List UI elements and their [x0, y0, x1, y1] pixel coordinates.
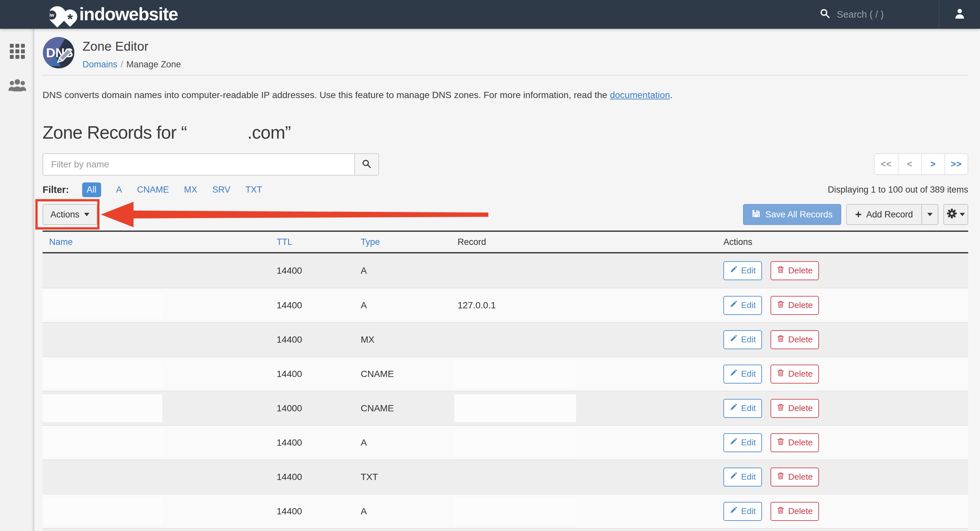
cell-name [43, 495, 277, 528]
brand-name: indowebsite [79, 5, 178, 24]
edit-button-label: Edit [741, 506, 756, 516]
save-button-label: Save All Records [765, 209, 833, 220]
cell-actions: Edit Delete [714, 495, 968, 528]
cell-ttl: 14400 [277, 288, 361, 322]
filter-by-name-input[interactable] [43, 153, 354, 176]
brand-logo[interactable]: iw * indowebsite [48, 5, 178, 24]
redaction-box [454, 360, 576, 388]
filter-all-pill[interactable]: All [82, 182, 101, 197]
trash-icon [777, 472, 784, 482]
left-sidebar [0, 29, 34, 531]
table-row: 14400 A Edit Delete [43, 425, 968, 460]
add-record-label: Add Record [866, 209, 913, 220]
delete-button[interactable]: Delete [770, 330, 819, 349]
pencil-icon [730, 265, 737, 276]
documentation-link[interactable]: documentation [610, 90, 670, 100]
filter-mx-link[interactable]: MX [184, 185, 197, 195]
filter-search-button[interactable] [354, 153, 379, 176]
global-search[interactable]: Search ( / ) [819, 8, 884, 21]
annotation-left-arrow [100, 200, 490, 230]
settings-button[interactable] [943, 204, 968, 225]
breadcrumb-separator: / [121, 60, 123, 69]
cell-name [43, 392, 277, 425]
pagination-controls: << < > >> [874, 153, 968, 175]
edit-button[interactable]: Edit [723, 468, 762, 487]
filter-srv-link[interactable]: SRV [212, 185, 231, 195]
column-header-ttl[interactable]: TTL [277, 237, 361, 247]
items-summary: Displaying 1 to 100 out of 389 items [828, 185, 968, 195]
user-manager-button[interactable] [8, 78, 27, 94]
user-menu-button[interactable] [939, 0, 980, 29]
filter-group [43, 153, 379, 176]
save-all-records-button[interactable]: Save All Records [743, 204, 841, 225]
redaction-box [43, 497, 162, 525]
cell-ttl: 14400 [277, 495, 361, 528]
pencil-icon [730, 300, 737, 310]
column-header-name[interactable]: Name [43, 237, 277, 247]
cell-actions: Edit Delete [714, 392, 968, 425]
column-header-type[interactable]: Type [361, 237, 458, 247]
chevron-down-icon [927, 213, 932, 216]
cell-name [43, 323, 277, 357]
trash-icon [777, 506, 784, 516]
edit-button[interactable]: Edit [723, 330, 762, 349]
cell-actions: Edit Delete [714, 460, 968, 494]
cell-ttl: 14000 [277, 392, 361, 425]
pencil-icon [730, 437, 737, 448]
main-content: DNS Zone Editor Domains/Manage Zone [34, 29, 980, 531]
edit-button[interactable]: Edit [723, 261, 762, 280]
redaction-box [454, 497, 576, 525]
edit-button[interactable]: Edit [723, 502, 762, 521]
delete-button[interactable]: Delete [770, 365, 819, 384]
table-row: 14000 CNAME Edit Delete [43, 391, 968, 425]
edit-button[interactable]: Edit [723, 296, 762, 315]
add-record-button[interactable]: + Add Record [846, 204, 922, 225]
feature-description: DNS converts domain names into computer-… [43, 89, 968, 101]
cell-actions: Edit Delete [714, 426, 968, 460]
cell-name [43, 254, 277, 288]
edit-button[interactable]: Edit [723, 399, 762, 418]
apps-grid-button[interactable] [10, 44, 25, 60]
trash-icon [777, 403, 784, 413]
filter-and-pagination-row: << < > >> [43, 153, 968, 176]
cell-actions: Edit Delete [714, 288, 968, 322]
apps-grid-icon [10, 54, 25, 60]
cell-ttl: 14400 [277, 323, 361, 357]
zone-records-table: Name TTL Type Record Actions 14400 A Edi… [43, 230, 968, 531]
edit-button[interactable]: Edit [723, 433, 762, 452]
save-icon [751, 209, 761, 220]
pagination-last-button[interactable]: >> [944, 154, 967, 174]
delete-button[interactable]: Delete [770, 433, 819, 452]
pagination-prev-button[interactable]: < [898, 154, 921, 174]
filter-label: Filter: [43, 184, 69, 195]
add-record-dropdown-button[interactable] [922, 204, 939, 225]
table-row: 14400 A 127.0.0.1 Edit Delete [43, 288, 968, 322]
filter-a-link[interactable]: A [116, 185, 122, 195]
delete-button-label: Delete [788, 506, 813, 516]
column-header-actions: Actions [714, 237, 968, 247]
pencil-icon [730, 472, 737, 482]
column-header-record: Record [458, 237, 714, 247]
dns-app-icon: DNS [43, 36, 75, 69]
filter-txt-link[interactable]: TXT [245, 185, 262, 195]
table-row: 14400 CNAME Edit Delete [43, 357, 968, 391]
actions-dropdown-button[interactable]: Actions [43, 204, 97, 225]
filter-cname-link[interactable]: CNAME [137, 185, 169, 195]
delete-button[interactable]: Delete [770, 468, 819, 487]
chevron-down-icon [84, 213, 89, 216]
cell-name [43, 426, 277, 460]
pencil-icon [730, 506, 737, 516]
pagination-first-button[interactable]: << [875, 154, 898, 174]
delete-button[interactable]: Delete [770, 261, 819, 280]
edit-button[interactable]: Edit [723, 365, 762, 384]
breadcrumb-domains-link[interactable]: Domains [83, 60, 118, 69]
cell-type: MX [361, 323, 458, 357]
pencil-icon [730, 403, 737, 413]
delete-button[interactable]: Delete [770, 502, 819, 521]
cell-type: CNAME [361, 357, 458, 391]
delete-button[interactable]: Delete [770, 399, 819, 418]
pagination-next-button[interactable]: > [921, 154, 944, 174]
redaction-box [454, 429, 576, 457]
edit-button-label: Edit [741, 472, 756, 482]
delete-button[interactable]: Delete [770, 296, 819, 315]
